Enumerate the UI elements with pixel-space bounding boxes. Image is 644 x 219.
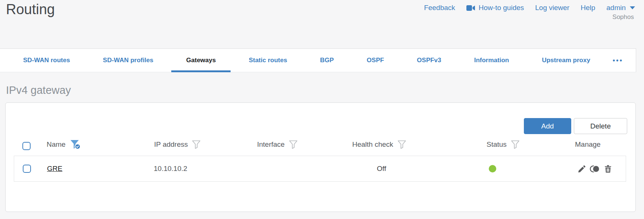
filter-funnel-icon[interactable] [289,140,298,149]
gateway-table-body: GRE 10.10.10.2 Off [14,156,626,182]
tab-gateways[interactable]: Gateways [171,49,231,72]
column-label-status: Status [487,140,507,149]
tab-bgp[interactable]: BGP [305,49,349,72]
how-to-guides-label: How-to guides [479,4,524,12]
tab-overflow-menu[interactable]: ••• [608,49,628,72]
column-label-name: Name [47,140,66,149]
tab-ospf[interactable]: OSPF [352,49,399,72]
ipv4-gateway-card: Add Delete Name IP address Interface Hea… [5,102,636,212]
gateway-status-cell [489,156,496,181]
section-heading-ipv4-gateway: IPv4 gateway [6,84,71,96]
column-header-ip-address: IP address [154,139,201,150]
filter-funnel-active-icon[interactable] [70,139,81,150]
admin-user-label: admin [606,4,626,12]
clone-icon[interactable] [590,164,600,174]
column-label-interface: Interface [257,140,285,149]
column-header-manage: Manage [575,139,601,150]
table-row-gre: GRE 10.10.10.2 Off [14,156,626,181]
column-label-health-check: Health check [352,140,393,149]
delete-button[interactable]: Delete [574,118,627,134]
tab-sd-wan-routes[interactable]: SD-WAN routes [8,49,85,72]
delete-trash-icon[interactable] [603,164,613,174]
column-header-name: Name [47,139,81,150]
log-viewer-label: Log viewer [535,4,569,12]
select-all-checkbox[interactable] [22,142,31,150]
gateway-health-check-cell: Off [377,156,386,181]
edit-pencil-icon[interactable] [577,164,587,174]
page-title: Routing [6,1,55,18]
tab-upstream-proxy[interactable]: Upstream proxy [527,49,605,72]
column-label-manage: Manage [575,140,601,149]
gateway-ip-cell: 10.10.10.2 [154,156,187,181]
tab-static-routes[interactable]: Static routes [234,49,302,72]
chevron-down-icon [630,6,635,9]
gateway-name-link[interactable]: GRE [47,165,62,173]
feedback-label: Feedback [424,4,455,12]
column-header-status: Status [487,139,520,150]
gateway-manage-cell [577,156,613,181]
gateway-name-cell: GRE [47,156,62,181]
admin-user-menu[interactable]: admin [606,4,635,12]
status-up-dot [489,165,496,172]
help-link[interactable]: Help [581,4,595,12]
log-viewer-link[interactable]: Log viewer [535,4,569,12]
tab-information[interactable]: Information [459,49,524,72]
column-label-ip-address: IP address [154,140,188,149]
feedback-link[interactable]: Feedback [424,4,455,12]
row-checkbox[interactable] [23,165,31,173]
add-button[interactable]: Add [524,118,571,134]
tab-sd-wan-profiles[interactable]: SD-WAN profiles [88,49,168,72]
brand-label: Sophos [612,13,634,21]
video-camera-icon [466,5,475,11]
column-header-health-check: Health check [352,139,406,150]
column-header-interface: Interface [257,139,298,150]
routing-tab-bar: SD-WAN routes SD-WAN profiles Gateways S… [0,48,636,72]
filter-funnel-icon[interactable] [192,140,201,149]
tab-ospfv3[interactable]: OSPFv3 [402,49,456,72]
top-nav: Feedback How-to guides Log viewer Help a… [424,4,635,12]
help-label: Help [581,4,595,12]
filter-funnel-icon[interactable] [511,140,520,149]
how-to-guides-link[interactable]: How-to guides [466,4,524,12]
filter-funnel-icon[interactable] [397,140,406,149]
